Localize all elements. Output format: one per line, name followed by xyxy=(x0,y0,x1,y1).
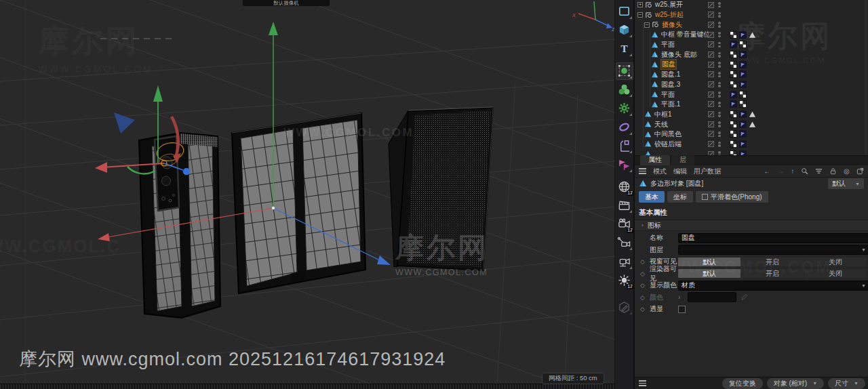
deformer-gear-icon[interactable] xyxy=(616,100,633,117)
object-tags[interactable] xyxy=(730,31,756,40)
camera-icon[interactable]: 17 xyxy=(616,216,633,233)
object-row[interactable]: 圆盘 xyxy=(635,60,868,70)
object-tags[interactable] xyxy=(730,91,747,100)
visibility-dots[interactable] xyxy=(718,81,721,88)
simulation-torus-icon[interactable] xyxy=(616,119,633,136)
object-tags[interactable] xyxy=(730,121,756,129)
menu-hamburger-icon[interactable] xyxy=(639,168,646,174)
object-tags[interactable] xyxy=(730,81,747,89)
object-row[interactable]: −w25-折起 xyxy=(635,10,868,20)
forward-arrow-icon[interactable]: → xyxy=(777,167,784,175)
object-row[interactable]: 平面.1 xyxy=(635,100,868,110)
phong-tag-icon[interactable] xyxy=(730,91,737,100)
texture-tag-icon[interactable] xyxy=(730,121,737,129)
phong-tag-icon[interactable] xyxy=(739,70,747,79)
visibility-dots[interactable] xyxy=(718,91,721,98)
detach-window-icon[interactable] xyxy=(856,167,864,175)
attr-tab-phong[interactable]: 平滑着色(Phong) xyxy=(696,191,768,203)
phong-tag-icon[interactable] xyxy=(730,41,737,49)
right-box-model[interactable] xyxy=(389,107,493,270)
color-swatch-field[interactable] xyxy=(688,292,736,302)
collapse-icon[interactable]: − xyxy=(637,12,643,18)
object-tags[interactable] xyxy=(730,41,747,49)
visibility-dots[interactable] xyxy=(718,41,721,48)
menu-user-data[interactable]: 用户数据 xyxy=(694,167,721,176)
collapse-icon[interactable]: − xyxy=(644,22,650,28)
name-input[interactable]: 圆盘 xyxy=(678,233,868,243)
texture-tag-icon[interactable] xyxy=(730,51,737,60)
object-tags[interactable] xyxy=(730,100,747,109)
texture-tag-icon[interactable] xyxy=(739,91,747,100)
display-color-dropdown[interactable]: 材质▼ xyxy=(678,281,868,291)
attr-tab-basic[interactable]: 基本 xyxy=(639,191,665,203)
object-row[interactable] xyxy=(635,149,868,155)
object-tags[interactable] xyxy=(730,70,747,79)
texture-tag-icon[interactable] xyxy=(730,70,737,79)
object-row[interactable]: 摄像头 底部 xyxy=(635,49,868,60)
object-row[interactable]: 平面 xyxy=(635,40,868,50)
phong-tag-icon[interactable] xyxy=(739,81,747,89)
phong-tag-icon[interactable] xyxy=(739,150,747,155)
renderer-visible-segments[interactable]: 默认 开启 关闭 xyxy=(678,269,867,278)
phong-tag-icon[interactable] xyxy=(730,100,737,109)
object-row[interactable]: 中框1 xyxy=(635,110,868,120)
object-row[interactable]: 中间黑色 xyxy=(635,129,868,140)
phong-tag-icon[interactable] xyxy=(739,121,747,129)
cluster-icon[interactable] xyxy=(616,81,633,98)
axis-null-icon[interactable] xyxy=(616,137,633,155)
timeline-ruler[interactable] xyxy=(0,384,633,389)
icon-group-header[interactable]: ›图标 xyxy=(635,220,868,231)
edit-toggle-icon[interactable] xyxy=(708,91,714,98)
selection-tag-icon[interactable] xyxy=(749,110,756,119)
nav-axis-gizmo[interactable]: x z xyxy=(572,1,614,33)
environment-globe-icon[interactable]: 17 xyxy=(616,178,633,196)
visibility-dots[interactable] xyxy=(718,71,721,78)
edit-toggle-icon[interactable] xyxy=(708,101,714,107)
object-row[interactable]: 平面 xyxy=(635,89,868,100)
texture-tag-icon[interactable] xyxy=(739,41,747,49)
edit-toggle-icon[interactable] xyxy=(708,12,714,18)
object-tags[interactable] xyxy=(730,150,747,155)
texture-tag-icon[interactable] xyxy=(739,100,747,109)
texture-tag-icon[interactable] xyxy=(730,31,737,40)
object-row[interactable]: 圆盘.3 xyxy=(635,80,868,90)
cube-primitive-icon[interactable] xyxy=(616,21,633,39)
phong-tag-icon[interactable] xyxy=(739,51,747,60)
generator-icon[interactable] xyxy=(616,62,633,80)
object-tags[interactable] xyxy=(730,140,747,149)
text-tool-icon[interactable]: T xyxy=(616,40,633,58)
object-row[interactable]: 铰链后端 xyxy=(635,140,868,150)
edit-toggle-icon[interactable] xyxy=(708,131,714,137)
back-arrow-icon[interactable]: ← xyxy=(764,167,770,175)
tab-attributes[interactable]: 属性 xyxy=(640,155,670,165)
up-arrow-icon[interactable]: ↑ xyxy=(791,167,794,175)
object-tags[interactable] xyxy=(730,130,747,139)
object-row[interactable]: 天线 xyxy=(635,119,868,129)
object-row[interactable]: −摄像头 xyxy=(635,20,868,30)
viewport-3d[interactable]: x z 摩尔网 WWW.CGMOL.COM WWW.CGMOL.COM 摩尔网 … xyxy=(0,0,614,384)
texture-tag-icon[interactable] xyxy=(730,61,737,70)
texture-tag-icon[interactable] xyxy=(730,140,737,149)
texture-tag-icon[interactable] xyxy=(730,130,737,139)
phong-tag-icon[interactable] xyxy=(739,140,747,149)
phong-tag-icon[interactable] xyxy=(739,110,747,119)
camera-crane-icon[interactable] xyxy=(616,234,633,251)
visibility-dots[interactable] xyxy=(718,141,721,148)
phong-tag-icon[interactable] xyxy=(739,61,747,70)
field-flags-icon[interactable] xyxy=(616,156,633,173)
edit-toggle-icon[interactable] xyxy=(708,2,714,8)
phong-tag-icon[interactable] xyxy=(739,130,747,139)
visibility-dots[interactable] xyxy=(718,101,721,108)
texture-tag-icon[interactable] xyxy=(730,81,737,89)
visibility-dots[interactable] xyxy=(718,131,721,138)
visibility-dots[interactable] xyxy=(718,21,721,28)
visibility-dots[interactable] xyxy=(718,12,721,18)
expand-icon[interactable]: + xyxy=(637,2,643,7)
object-tags[interactable] xyxy=(730,110,756,119)
visibility-dots[interactable] xyxy=(718,121,721,127)
middle-phone-model[interactable] xyxy=(232,113,366,293)
coords-mode-dropdown[interactable]: 对象 (相对)▼ xyxy=(767,378,824,389)
filter-icon[interactable] xyxy=(815,167,823,175)
texture-tag-icon[interactable] xyxy=(730,150,737,155)
coords-size-dropdown[interactable]: 尺寸▼ xyxy=(828,378,865,389)
